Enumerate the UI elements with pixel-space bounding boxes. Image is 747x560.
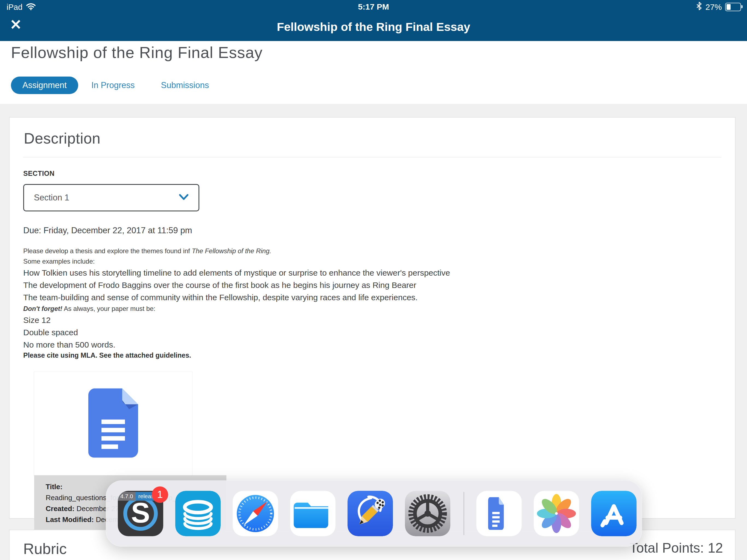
bluetooth-icon <box>696 2 702 12</box>
app-header: iPad 5:17 PM 27% <box>0 0 747 41</box>
battery-icon <box>725 3 741 11</box>
stacked-rings-app-icon[interactable] <box>175 491 221 536</box>
settings-icon[interactable] <box>405 491 450 536</box>
dont-forget-rest: As always, your paper must be: <box>62 305 155 312</box>
clock: 5:17 PM <box>0 2 747 11</box>
example-theme-3: The team-building and sense of community… <box>23 291 721 304</box>
files-icon[interactable] <box>290 491 335 536</box>
section-label: SECTION <box>23 170 721 177</box>
battery-percent: 27% <box>705 2 722 12</box>
screen: iPad 5:17 PM 27% <box>0 0 747 560</box>
intro-book-title: The Fellowship of the Ring. <box>192 247 271 255</box>
total-points: Total Points: 12 <box>629 540 723 556</box>
photos-icon[interactable] <box>534 491 579 536</box>
attachment-thumbnail[interactable] <box>34 372 192 475</box>
dock: S 4.7.0 release 4.7 1 <box>106 480 642 546</box>
schoology-app-icon[interactable]: S 4.7.0 release 4.7 1 <box>118 491 163 536</box>
example-theme-1: How Tolkien uses his storytelling timeli… <box>23 266 721 279</box>
notification-badge: 1 <box>152 486 168 503</box>
nav-bar: ✕ Fellowship of the Ring Final Essay <box>0 12 747 41</box>
attachment-modified-label: Last Modified: <box>46 515 94 524</box>
version-chip: 4.7.0 <box>118 492 136 501</box>
intro-text: Please develop a thesis and explore the … <box>23 247 192 255</box>
cite-note: Please cite using MLA. See the attached … <box>23 351 721 359</box>
tab-bar: Assignment In Progress Submissions <box>11 77 222 94</box>
tab-assignment[interactable]: Assignment <box>11 77 78 94</box>
requirement-1: Size 12 <box>23 314 721 326</box>
section-dropdown[interactable]: Section 1 <box>23 184 199 211</box>
rubric-heading: Rubric <box>23 540 67 558</box>
tab-in-progress[interactable]: In Progress <box>78 80 148 90</box>
requirement-2: Double spaced <box>23 326 721 338</box>
app-store-icon[interactable] <box>591 491 637 536</box>
example-theme-2: The development of Frodo Baggins over th… <box>23 279 721 291</box>
google-docs-file-icon <box>88 388 138 459</box>
page-title: Fellowship of the Ring Final Essay <box>11 43 263 61</box>
assignment-intro: Please develop a thesis and explore the … <box>23 246 721 266</box>
notability-icon[interactable] <box>347 491 393 536</box>
google-docs-icon[interactable] <box>476 491 522 536</box>
divider <box>23 157 721 157</box>
tab-submissions[interactable]: Submissions <box>148 80 222 90</box>
dont-forget-line: Don't forget! As always, your paper must… <box>23 304 721 314</box>
examples-intro: Some examples include: <box>23 258 95 265</box>
attachment-created-label: Created: <box>46 505 74 513</box>
due-date: Due: Friday, December 22, 2017 at 11:59 … <box>23 226 721 235</box>
status-bar: iPad 5:17 PM 27% <box>0 0 747 12</box>
description-heading: Description <box>24 130 721 147</box>
dont-forget-lead: Don't forget! <box>23 305 62 312</box>
safari-icon[interactable] <box>233 491 278 536</box>
dock-separator <box>463 492 464 535</box>
attachment-title-label: Title: <box>46 483 62 491</box>
chevron-down-icon <box>179 194 189 202</box>
requirement-3: No more than 500 words. <box>23 338 721 351</box>
description-card: Description SECTION Section 1 Due: Frida… <box>9 117 736 519</box>
section-dropdown-value: Section 1 <box>34 193 69 203</box>
title-zone: Fellowship of the Ring Final Essay Assig… <box>0 41 747 104</box>
nav-title: Fellowship of the Ring Final Essay <box>0 20 747 34</box>
